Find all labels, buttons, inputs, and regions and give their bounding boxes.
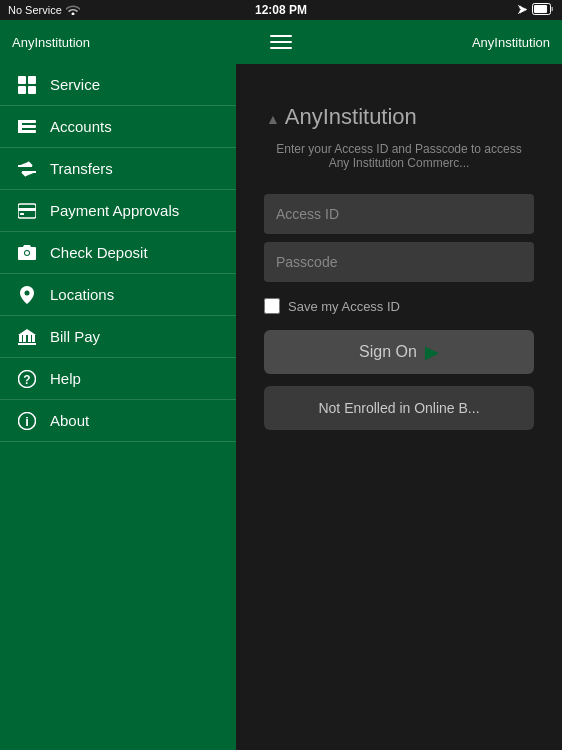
nav-logo-left: AnyInstitution [12,35,90,50]
hamburger-menu-button[interactable] [270,35,292,49]
sidebar: Service Accounts [0,64,236,750]
sidebar-label-check-deposit: Check Deposit [50,244,148,261]
bluetooth-icon: ⮞ [517,4,528,16]
no-service-text: No Service [8,4,62,16]
brand-title: ▲ AnyInstitution [256,104,417,130]
enroll-label: Not Enrolled in Online B... [318,400,479,416]
sidebar-label-bill-pay: Bill Pay [50,328,100,345]
svg-rect-17 [19,335,22,342]
sidebar-label-locations: Locations [50,286,114,303]
svg-rect-18 [23,335,26,342]
content-area: ▲ AnyInstitution Enter your Access ID an… [236,64,562,750]
accounts-icon [16,116,38,138]
nav-bar: AnyInstitution AnyInstitution [0,20,562,64]
time-display: 12:08 PM [255,3,307,17]
payment-icon [16,200,38,222]
hamburger-line-3 [270,47,292,49]
svg-rect-21 [18,343,36,345]
svg-point-15 [25,290,30,295]
sidebar-item-help[interactable]: ? Help [0,358,236,400]
sidebar-item-check-deposit[interactable]: Check Deposit [0,232,236,274]
main-layout: Service Accounts [0,64,562,750]
bank-icon [16,326,38,348]
sign-on-label: Sign On [359,343,417,361]
sidebar-label-payment-approvals: Payment Approvals [50,202,179,219]
sign-on-arrow-icon: ▶ [425,341,439,363]
svg-rect-4 [18,86,26,94]
enroll-button[interactable]: Not Enrolled in Online B... [264,386,534,430]
sidebar-label-accounts: Accounts [50,118,112,135]
sidebar-label-service: Service [50,76,100,93]
svg-rect-5 [28,86,36,94]
transfers-icon [16,158,38,180]
svg-rect-11 [18,208,36,211]
svg-rect-9 [18,120,22,133]
sidebar-item-accounts[interactable]: Accounts [0,106,236,148]
question-icon: ? [16,368,38,390]
svg-rect-20 [32,335,35,342]
svg-rect-1 [534,5,547,13]
svg-marker-16 [18,329,36,335]
save-access-label: Save my Access ID [288,299,400,314]
save-access-checkbox[interactable] [264,298,280,314]
svg-rect-3 [28,76,36,84]
hamburger-line-2 [270,41,292,43]
sidebar-item-bill-pay[interactable]: Bill Pay [0,316,236,358]
nav-logo-right: AnyInstitution [472,35,550,50]
passcode-input[interactable] [264,242,534,282]
svg-rect-2 [18,76,26,84]
info-icon: i [16,410,38,432]
status-right: ⮞ [517,3,554,17]
save-access-row: Save my Access ID [264,298,534,314]
camera-icon [16,242,38,264]
sign-on-button[interactable]: Sign On ▶ [264,330,534,374]
battery-icon [532,3,554,17]
svg-text:i: i [25,414,29,429]
login-form: Save my Access ID Sign On ▶ Not Enrolled… [256,194,542,430]
pin-icon [16,284,38,306]
sidebar-item-about[interactable]: i About [0,400,236,442]
status-bar: No Service 12:08 PM ⮞ [0,0,562,20]
svg-text:?: ? [23,373,30,387]
svg-point-14 [25,251,29,255]
access-id-input[interactable] [264,194,534,234]
sidebar-item-transfers[interactable]: Transfers [0,148,236,190]
sidebar-item-payment-approvals[interactable]: Payment Approvals [0,190,236,232]
sidebar-label-about: About [50,412,89,429]
brand-subtitle: Enter your Access ID and Passcode to acc… [256,142,542,170]
sidebar-item-service[interactable]: Service [0,64,236,106]
grid-icon [16,74,38,96]
sidebar-label-help: Help [50,370,81,387]
svg-rect-19 [28,335,31,342]
login-panel: ▲ AnyInstitution Enter your Access ID an… [236,104,562,430]
hamburger-line-1 [270,35,292,37]
svg-rect-12 [20,213,24,215]
sidebar-item-locations[interactable]: Locations [0,274,236,316]
sidebar-label-transfers: Transfers [50,160,113,177]
wifi-icon [66,3,80,17]
status-left: No Service [8,3,80,17]
